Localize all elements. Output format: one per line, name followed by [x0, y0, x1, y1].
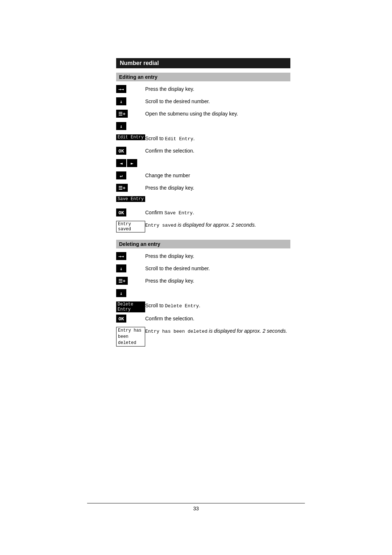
description-text: Change the number	[145, 171, 290, 179]
description-text: Scroll to Edit Entry.	[145, 134, 290, 142]
list-item: →→ Press the display key.	[116, 85, 290, 95]
delete-entry-tag: Delete Entry	[116, 301, 145, 312]
menu-plus-icon-3: ☰+	[116, 277, 128, 285]
ok-button-icon-3: OK	[116, 315, 126, 323]
page-footer: 33	[0, 503, 392, 511]
description-text: Scroll to the desired number.	[145, 97, 290, 105]
edit-entry-tag: Edit Entry	[116, 134, 145, 140]
icon-cell: OK	[116, 208, 145, 216]
deleting-section-title: Deleting an entry	[116, 240, 290, 248]
arrow-down-icon-2: ↓	[116, 264, 126, 272]
page-content: Number redial Editing an entry →→ Press …	[116, 58, 290, 354]
description-text: Press the display key.	[145, 184, 290, 192]
list-item: OK Confirm Save Entry.	[116, 208, 290, 219]
double-arrow-right-icon: →→	[116, 85, 126, 93]
description-text: Open the submenu using the display key.	[145, 110, 290, 118]
footer-divider	[87, 503, 305, 503]
arrow-down-icon-3: ↓	[116, 289, 126, 297]
deleting-section: Deleting an entry →→ Press the display k…	[116, 240, 290, 347]
list-item: ☰+ Press the display key.	[116, 277, 290, 287]
ok-button-icon-2: OK	[116, 208, 126, 216]
description-text: Press the display key.	[145, 277, 290, 285]
menu-plus-icon-2: ☰+	[116, 184, 128, 192]
icon-cell: ☰+	[116, 110, 145, 118]
list-item: Entry has been deleted Entry has been de…	[116, 327, 290, 347]
save-entry-tag: Save Entry	[116, 196, 145, 202]
description-text: Scroll to Delete Entry.	[145, 301, 290, 309]
description-text: Confirm Save Entry.	[145, 208, 290, 216]
list-item: OK Confirm the selection.	[116, 315, 290, 325]
icon-cell: ↵	[116, 171, 145, 179]
icon-cell: →→	[116, 85, 145, 93]
icon-cell: Entry has been deleted	[116, 327, 145, 347]
list-item: ◄ ►	[116, 159, 290, 169]
icon-cell: OK	[116, 315, 145, 323]
list-item: ↓	[116, 122, 290, 132]
icon-cell: ↓	[116, 122, 145, 130]
list-item: ☰+ Press the display key.	[116, 184, 290, 194]
left-arrow-icon: ◄	[116, 159, 126, 167]
page-title: Number redial	[116, 58, 290, 68]
double-arrow-right-icon-2: →→	[116, 252, 126, 260]
editing-section: Editing an entry →→ Press the display ke…	[116, 73, 290, 232]
icon-cell: ↓	[116, 264, 145, 272]
icon-cell: OK	[116, 147, 145, 155]
description-text: Scroll to the desired number.	[145, 264, 290, 272]
list-item: Edit Entry Scroll to Edit Entry.	[116, 134, 290, 145]
description-text: Press the display key.	[145, 252, 290, 260]
right-arrow-icon: ►	[127, 159, 137, 167]
list-item: ☰+ Open the submenu using the display ke…	[116, 110, 290, 120]
list-item: ↓ Scroll to the desired number.	[116, 264, 290, 275]
description-text	[145, 196, 290, 197]
editing-section-title: Editing an entry	[116, 73, 290, 81]
icon-cell: Delete Entry	[116, 301, 145, 312]
description-text: Press the display key.	[145, 85, 290, 93]
entry-saved-tag: Entry saved	[116, 221, 145, 232]
icon-cell: ↓	[116, 289, 145, 297]
icon-cell: ◄ ►	[116, 159, 145, 167]
list-item: ↓ Scroll to the desired number.	[116, 97, 290, 108]
description-text: Confirm the selection.	[145, 147, 290, 155]
icon-cell: ↓	[116, 97, 145, 105]
ok-button-icon: OK	[116, 147, 126, 155]
list-item: Delete Entry Scroll to Delete Entry.	[116, 301, 290, 312]
description-text	[145, 122, 290, 123]
menu-plus-icon: ☰+	[116, 110, 128, 118]
list-item: →→ Press the display key.	[116, 252, 290, 262]
icon-cell: Edit Entry	[116, 134, 145, 140]
icon-cell: ☰+	[116, 184, 145, 192]
icon-cell: Save Entry	[116, 196, 145, 202]
description-text	[145, 159, 290, 160]
description-text: Confirm the selection.	[145, 315, 290, 323]
description-text: Entry has been deleted is displayed for …	[145, 327, 290, 335]
entry-deleted-tag: Entry has been deleted	[116, 327, 145, 347]
list-item: Save Entry	[116, 196, 290, 206]
arrow-down-icon: ↓	[116, 97, 126, 105]
list-item: Entry saved Entry saved is displayed for…	[116, 221, 290, 232]
description-text: Entry saved is displayed for approx. 2 s…	[145, 221, 290, 229]
list-item: OK Confirm the selection.	[116, 147, 290, 157]
icon-cell: ☰+	[116, 277, 145, 285]
page-number: 33	[0, 506, 392, 511]
arrow-down-icon: ↓	[116, 122, 126, 130]
icon-cell: Entry saved	[116, 221, 145, 232]
list-item: ↵ Change the number	[116, 171, 290, 182]
list-item: ↓	[116, 289, 290, 299]
description-text	[145, 289, 290, 290]
backspace-icon: ↵	[116, 171, 126, 179]
icon-cell: →→	[116, 252, 145, 260]
